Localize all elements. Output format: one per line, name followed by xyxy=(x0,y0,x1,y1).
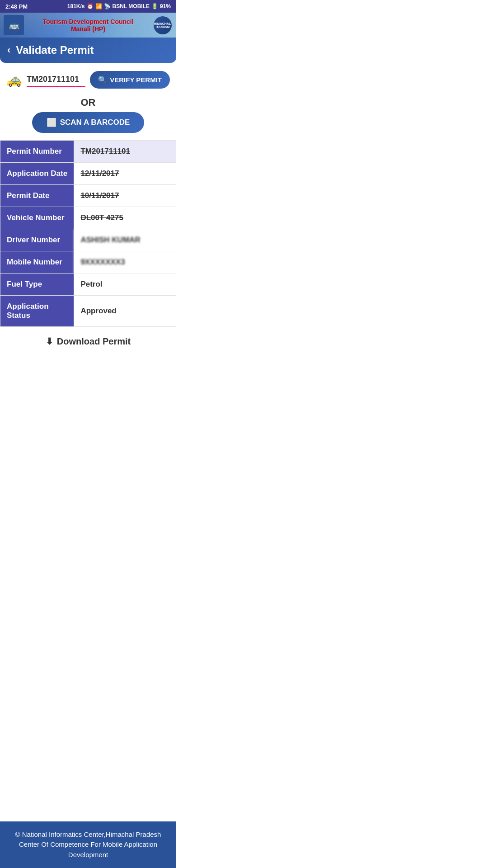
status-bar: 2:48 PM 181K/s ⏰ 📶 📡 BSNL MOBILE 🔋 91% xyxy=(0,0,176,13)
carrier-name: BSNL MOBILE xyxy=(113,3,150,9)
scan-barcode-button[interactable]: ⬜ SCAN A BARCODE xyxy=(32,112,145,133)
header-banner: 🚌 Tourism Development Council Manali (HP… xyxy=(0,13,176,38)
download-icon: ⬇ xyxy=(46,336,53,347)
verify-permit-label: VERIFY PERMIT xyxy=(110,76,162,84)
or-divider: OR xyxy=(0,97,176,108)
table-row: Vehicle NumberDL00T 4275 xyxy=(0,207,176,229)
logo-left-icon: 🚌 xyxy=(9,20,19,30)
table-row: Permit Date10/11/2017 xyxy=(0,185,176,207)
alarm-icon: ⏰ xyxy=(87,3,94,9)
table-cell-value: Petrol xyxy=(74,274,176,296)
header-text: Tourism Development Council Manali (HP) xyxy=(24,18,152,33)
logo-left: 🚌 xyxy=(4,15,24,35)
header-title-line1: Tourism Development Council xyxy=(24,18,152,25)
taxi-icon: 🚕 xyxy=(6,72,22,87)
table-cell-value: Approved xyxy=(74,296,176,327)
table-row: Permit NumberTM201711101 xyxy=(0,141,176,163)
permit-details-table: Permit NumberTM201711101Application Date… xyxy=(0,140,176,327)
download-permit-button[interactable]: ⬇ Download Permit xyxy=(46,336,131,347)
verify-permit-button[interactable]: 🔍 VERIFY PERMIT xyxy=(90,71,170,89)
wifi-icon: 📶 xyxy=(95,3,102,9)
search-area: 🚕 🔍 VERIFY PERMIT xyxy=(0,63,176,93)
scan-barcode-label: SCAN A BARCODE xyxy=(60,118,130,127)
permit-input-wrapper xyxy=(27,73,85,87)
table-cell-value: 9XXXXXXX3 xyxy=(74,251,176,274)
table-cell-label: Application Date xyxy=(0,163,74,185)
battery-level: 91% xyxy=(160,3,171,9)
himachal-logo: HIMACHALTOURISM xyxy=(154,16,172,34)
nav-bar: ‹ Validate Permit xyxy=(0,38,176,63)
table-row: Application Date12/11/2017 xyxy=(0,163,176,185)
download-btn-wrapper: ⬇ Download Permit xyxy=(0,327,176,354)
table-cell-value: TM201711101 xyxy=(74,141,176,163)
table-cell-label: Permit Date xyxy=(0,185,74,207)
permit-input[interactable] xyxy=(27,73,85,86)
search-icon: 🔍 xyxy=(98,75,107,84)
table-row: Fuel TypePetrol xyxy=(0,274,176,296)
table-cell-label: Mobile Number xyxy=(0,251,74,274)
battery-icon: 🔋 xyxy=(151,3,158,9)
signal-icon: 📡 xyxy=(104,3,111,9)
table-cell-label: Vehicle Number xyxy=(0,207,74,229)
table-cell-value: 12/11/2017 xyxy=(74,163,176,185)
table-row: Mobile Number9XXXXXXX3 xyxy=(0,251,176,274)
network-speed: 181K/s xyxy=(67,3,85,9)
page-title: Validate Permit xyxy=(16,44,94,57)
table-cell-value: ASHISH KUMAR xyxy=(74,229,176,251)
download-permit-label: Download Permit xyxy=(57,336,131,347)
logo-right: HIMACHALTOURISM xyxy=(152,15,173,35)
table-cell-label: Application Status xyxy=(0,296,74,327)
barcode-icon: ⬜ xyxy=(47,118,56,127)
table-cell-label: Driver Number xyxy=(0,229,74,251)
table-row: Driver NumberASHISH KUMAR xyxy=(0,229,176,251)
table-cell-value: DL00T 4275 xyxy=(74,207,176,229)
table-cell-label: Fuel Type xyxy=(0,274,74,296)
status-time: 2:48 PM xyxy=(5,3,28,10)
table-row: Application StatusApproved xyxy=(0,296,176,327)
header-title-line2: Manali (HP) xyxy=(24,25,152,33)
table-cell-value: 10/11/2017 xyxy=(74,185,176,207)
back-button[interactable]: ‹ xyxy=(7,44,10,56)
scan-btn-wrapper: ⬜ SCAN A BARCODE xyxy=(0,112,176,133)
status-right: 181K/s ⏰ 📶 📡 BSNL MOBILE 🔋 91% xyxy=(67,3,171,9)
table-cell-label: Permit Number xyxy=(0,141,74,163)
